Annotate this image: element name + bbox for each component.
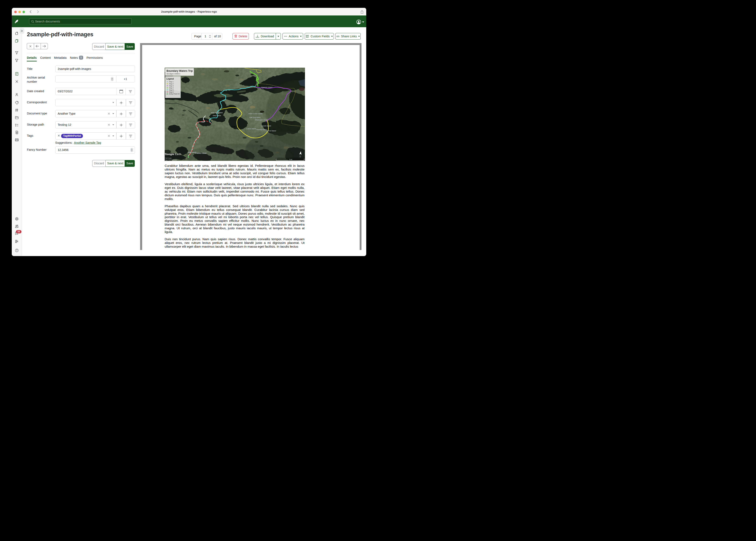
svg-text:Mile Island: Mile Island <box>188 152 196 153</box>
svg-text:Day 2: Day 2 <box>169 83 174 85</box>
svg-text:Canoe Island: Canoe Island <box>246 128 256 130</box>
svg-text:Day 1: Day 1 <box>169 81 174 83</box>
svg-text:Google Earth: Google Earth <box>165 153 181 156</box>
svg-text:© 2017 Google: © 2017 Google <box>165 158 172 159</box>
svg-text:Half Dog Island: Half Dog Island <box>249 117 260 118</box>
svg-text:Day 3: Day 3 <box>169 85 174 87</box>
svg-text:Gary Island: Gary Island <box>213 115 221 117</box>
svg-text:Hausons Island: Hausons Island <box>261 86 272 88</box>
svg-text:New York Island: New York Island <box>211 112 223 114</box>
svg-text:Washington Island: Washington Island <box>255 119 268 121</box>
svg-text:Indian Grave Island: Indian Grave Island <box>248 113 262 115</box>
svg-text:Day 5: Day 5 <box>169 89 174 91</box>
svg-text:Charlies Island: Charlies Island <box>195 152 207 154</box>
svg-text:Image © 2017 DigitalGlobe: Image © 2017 DigitalGlobe <box>165 159 177 161</box>
svg-text:Text: Text <box>231 125 236 128</box>
svg-text:3 mi: 3 mi <box>289 159 292 161</box>
svg-text:Norway Island: Norway Island <box>256 129 267 131</box>
svg-text:Boundary Waters Trip: Boundary Waters Trip <box>167 70 193 72</box>
svg-text:Day 4: Day 4 <box>169 87 174 89</box>
svg-text:Legend: Legend <box>166 78 174 80</box>
svg-text:Six days in BWCA: Six days in BWCA <box>167 73 181 75</box>
svg-text:Day 6: Day 6 <box>169 91 174 93</box>
svg-text:Lincoln Island: Lincoln Island <box>261 125 271 127</box>
svg-text:Squirrel Island: Squirrel Island <box>266 130 276 132</box>
svg-text:Entry Point 24: Entry Point 24 <box>169 93 180 95</box>
